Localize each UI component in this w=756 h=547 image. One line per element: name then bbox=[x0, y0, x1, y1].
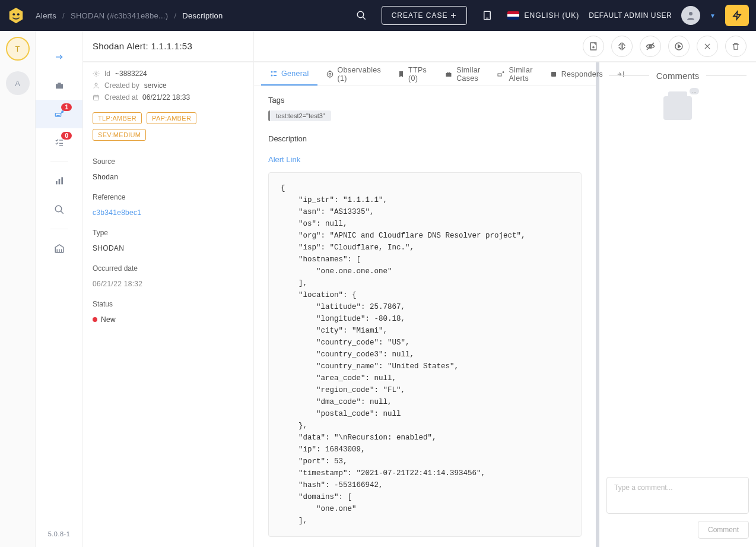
tab-similar-alerts-label: Similar Alerts bbox=[509, 66, 532, 83]
svg-rect-38 bbox=[94, 96, 99, 100]
user-menu-chevron[interactable]: ▼ bbox=[710, 12, 716, 19]
createdat-label: Created at bbox=[104, 93, 138, 102]
tab-ttps-label: TTPs (0) bbox=[408, 66, 428, 83]
nav-dashboard[interactable] bbox=[36, 167, 82, 195]
nav-cases[interactable] bbox=[36, 71, 82, 100]
nav-rail: 1 0 5.0.8-1 bbox=[36, 31, 83, 547]
nav-org[interactable] bbox=[36, 234, 82, 263]
tab-similar-cases[interactable]: Similar Cases bbox=[436, 62, 488, 86]
nav-tasks[interactable]: 0 bbox=[36, 128, 82, 157]
tags-heading: Tags bbox=[268, 96, 582, 105]
topbar: Alerts / SHODAN (#c3b341e8be...) / Descr… bbox=[0, 0, 756, 31]
user-name: DEFAULT ADMIN USER bbox=[589, 11, 672, 20]
tasks-badge: 0 bbox=[61, 132, 72, 140]
svg-rect-45 bbox=[274, 75, 277, 76]
create-case-label: CREATE CASE bbox=[392, 11, 448, 20]
close-button[interactable] bbox=[697, 36, 718, 57]
org-rail: T A bbox=[0, 31, 36, 547]
tab-ttps[interactable]: TTPs (0) bbox=[389, 62, 436, 86]
svg-rect-20 bbox=[58, 179, 60, 184]
svg-marker-9 bbox=[733, 11, 741, 19]
id-value: ~3883224 bbox=[115, 69, 147, 78]
visibility-off-button[interactable] bbox=[640, 36, 661, 57]
book-icon[interactable] bbox=[477, 5, 498, 26]
createdby-value: service bbox=[144, 81, 167, 90]
status-text: New bbox=[101, 315, 116, 324]
svg-rect-11 bbox=[56, 84, 63, 88]
tab-general[interactable]: General bbox=[261, 62, 317, 86]
svg-point-2 bbox=[357, 11, 364, 18]
comments-title-text: Comments bbox=[656, 71, 700, 81]
reference-link[interactable]: c3b341e8bec1 bbox=[93, 208, 244, 217]
tabs: General Observables (1) TTPs (0) Si bbox=[254, 62, 596, 86]
breadcrumb-sep: / bbox=[62, 11, 65, 20]
nav-expand[interactable] bbox=[36, 43, 82, 71]
breadcrumb-root[interactable]: Alerts bbox=[36, 11, 56, 20]
svg-point-47 bbox=[327, 71, 332, 77]
app-version: 5.0.8-1 bbox=[48, 530, 71, 537]
lightning-button[interactable] bbox=[725, 5, 749, 26]
nav-search[interactable] bbox=[36, 195, 82, 224]
search-icon[interactable] bbox=[351, 5, 372, 26]
create-case-button[interactable]: CREATE CASE bbox=[382, 6, 468, 25]
tab-observables[interactable]: Observables (1) bbox=[317, 62, 389, 86]
nav-alerts[interactable]: 1 bbox=[36, 100, 82, 128]
tab-responders-label: Responders bbox=[561, 70, 603, 78]
comments-panel: Comments Type a comment... Comment bbox=[599, 62, 756, 547]
type-label: Type bbox=[93, 229, 244, 237]
occurred-label: Occurred date bbox=[93, 264, 244, 273]
run-button[interactable] bbox=[668, 36, 690, 57]
comment-button[interactable]: Comment bbox=[698, 521, 749, 539]
similar-cases-icon bbox=[444, 70, 453, 78]
user-icon bbox=[93, 82, 100, 89]
alerts-badge: 1 bbox=[61, 103, 72, 111]
tab-similar-alerts[interactable]: Similar Alerts bbox=[488, 62, 541, 86]
app-logo[interactable] bbox=[7, 7, 25, 24]
svg-line-15 bbox=[61, 112, 62, 113]
export-button[interactable] bbox=[583, 36, 604, 57]
createdat-value: 06/21/22 18:33 bbox=[142, 93, 190, 102]
breadcrumb-sep: / bbox=[174, 11, 176, 20]
breadcrumb-mid[interactable]: SHODAN (#c3b341e8be...) bbox=[71, 11, 168, 20]
svg-rect-21 bbox=[61, 177, 63, 184]
language-label: ENGLISH (UK) bbox=[524, 11, 579, 20]
svg-point-52 bbox=[503, 71, 504, 72]
status-label: Status bbox=[93, 300, 244, 308]
org-avatar-a[interactable]: A bbox=[6, 71, 30, 95]
createdby-label: Created by bbox=[104, 81, 139, 90]
description-heading: Description bbox=[268, 134, 582, 143]
svg-rect-19 bbox=[56, 181, 58, 184]
type-value: SHODAN bbox=[93, 244, 244, 252]
svg-line-31 bbox=[647, 43, 654, 50]
comment-input[interactable]: Type a comment... bbox=[606, 477, 749, 514]
description-code: { "ip_str": "1.1.1.1", "asn": "AS13335",… bbox=[268, 172, 582, 537]
tag-pill[interactable]: test:test2="test3" bbox=[268, 110, 331, 121]
svg-point-36 bbox=[96, 73, 97, 75]
alert-link[interactable]: Alert Link bbox=[268, 155, 300, 164]
svg-marker-33 bbox=[678, 45, 681, 48]
delete-button[interactable] bbox=[725, 36, 747, 57]
svg-point-42 bbox=[271, 71, 273, 72]
calendar-icon bbox=[93, 94, 100, 101]
language-selector[interactable]: ENGLISH (UK) bbox=[507, 11, 579, 20]
meta-id: Id ~3883224 bbox=[93, 69, 244, 78]
org-avatar-t[interactable]: T bbox=[6, 37, 30, 61]
svg-rect-53 bbox=[551, 72, 556, 77]
tab-observables-label: Observables (1) bbox=[338, 66, 381, 83]
svg-rect-44 bbox=[274, 71, 277, 72]
tab-similar-cases-label: Similar Cases bbox=[456, 66, 480, 83]
merge-button[interactable] bbox=[611, 36, 633, 57]
svg-point-8 bbox=[689, 12, 693, 15]
id-label: Id bbox=[104, 69, 110, 78]
observables-icon bbox=[326, 70, 334, 78]
source-label: Source bbox=[93, 157, 244, 166]
tlp-chip[interactable]: TLP:AMBER bbox=[93, 112, 142, 124]
comments-title: Comments bbox=[599, 62, 756, 81]
ttps-icon bbox=[398, 70, 405, 78]
user-avatar[interactable] bbox=[681, 6, 700, 25]
meta-createdby: Created by service bbox=[93, 81, 244, 90]
source-value: Shodan bbox=[93, 173, 244, 181]
sev-chip[interactable]: SEV:MEDIUM bbox=[93, 129, 146, 141]
pap-chip[interactable]: PAP:AMBER bbox=[147, 112, 196, 124]
tab-general-label: General bbox=[281, 69, 309, 78]
